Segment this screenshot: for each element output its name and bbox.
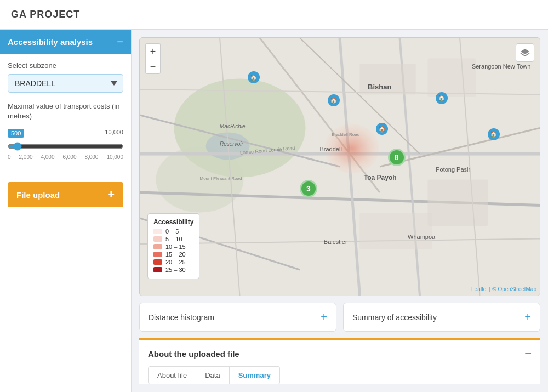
legend-item-1: 5 – 10	[153, 236, 193, 242]
slider-container: 500 10,000 0 2,000 4,000 6,000 8,000 10,…	[8, 129, 123, 160]
legend-label-5: 25 – 30	[165, 266, 186, 273]
about-section-title: About the uploaded file	[148, 349, 239, 359]
svg-text:Braddell: Braddell	[320, 146, 342, 152]
sidebar-content: Select subzone BRADDELL TOA PAYOH BISHAN…	[0, 54, 131, 173]
tab-about-file[interactable]: About file	[148, 366, 196, 384]
svg-text:Whampoa: Whampoa	[408, 234, 436, 240]
house-marker-5[interactable]: 🏠	[488, 128, 500, 140]
legend-item-3: 15 – 20	[153, 251, 193, 258]
leaflet-link[interactable]: Leaflet	[471, 286, 488, 292]
svg-text:Bishan: Bishan	[368, 83, 391, 91]
svg-text:Serangoon New Town: Serangoon New Town	[472, 63, 530, 70]
cluster-marker-8[interactable]: 8	[388, 149, 406, 166]
file-upload-label: File upload	[16, 190, 60, 200]
main-content: Bishan Serangoon New Town Braddell Toa P…	[132, 30, 548, 392]
legend-color-0	[153, 229, 162, 234]
bottom-panels: Distance histogram + Summary of accessib…	[139, 303, 540, 332]
accessibility-panel-header: Accessibility analysis −	[0, 30, 131, 54]
map-attribution: Leaflet | © OpenStreetMap	[471, 286, 536, 292]
svg-rect-20	[360, 213, 432, 249]
tab-data[interactable]: Data	[196, 366, 229, 384]
panel-collapse-button[interactable]: −	[117, 36, 123, 47]
panel-title: Accessibility analysis	[8, 37, 93, 47]
accessibility-summary-panel[interactable]: Summary of accessibility +	[343, 303, 540, 332]
app-header: GA PROJECT	[0, 0, 548, 30]
svg-marker-34	[521, 49, 529, 54]
svg-text:Potong Pasir: Potong Pasir	[436, 166, 470, 173]
legend-label-0: 0 – 5	[165, 228, 179, 235]
zoom-in-button[interactable]: +	[145, 43, 161, 59]
map-controls: + −	[145, 43, 161, 74]
legend-color-5	[153, 267, 162, 272]
house-marker-4[interactable]: 🏠	[436, 92, 448, 104]
map-layers-button[interactable]	[516, 43, 534, 62]
legend-item-5: 25 – 30	[153, 266, 193, 273]
svg-text:Braddell Road: Braddell Road	[332, 132, 359, 137]
legend-label-4: 20 – 25	[165, 259, 186, 265]
svg-rect-18	[428, 59, 476, 98]
legend-color-1	[153, 236, 162, 242]
sidebar: Accessibility analysis − Select subzone …	[0, 30, 132, 392]
svg-text:Mount Pleasant Road: Mount Pleasant Road	[200, 176, 242, 181]
app-title: GA PROJECT	[11, 9, 80, 20]
legend-item-0: 0 – 5	[153, 228, 193, 235]
legend-color-4	[153, 259, 162, 265]
slider-axis: 0 2,000 4,000 6,000 8,000 10,000	[8, 154, 123, 160]
cluster-marker-3[interactable]: 3	[300, 180, 317, 197]
legend-color-2	[153, 244, 162, 249]
map-legend: Accessibility 0 – 5 5 – 10 10 – 15 15 – …	[147, 213, 199, 279]
transport-label: Maximal value of transport costs (in met…	[8, 101, 123, 121]
map-svg: Bishan Serangoon New Town Braddell Toa P…	[140, 38, 540, 296]
transport-cost-slider[interactable]	[8, 142, 123, 151]
about-header: About the uploaded file −	[148, 348, 532, 360]
svg-rect-19	[428, 180, 488, 226]
slider-values: 500 10,000	[8, 129, 123, 138]
file-upload-plus-icon: +	[107, 189, 115, 201]
svg-text:Toa Payoh: Toa Payoh	[364, 174, 397, 181]
legend-title: Accessibility	[153, 218, 193, 226]
accessibility-summary-expand-icon[interactable]: +	[524, 311, 531, 323]
legend-item-4: 20 – 25	[153, 259, 193, 265]
osm-link[interactable]: © OpenStreetMap	[492, 286, 536, 292]
histogram-expand-icon[interactable]: +	[321, 311, 327, 323]
accessibility-summary-title: Summary of accessibility	[352, 313, 437, 322]
legend-item-2: 10 – 15	[153, 243, 193, 250]
svg-text:MacRichie: MacRichie	[220, 123, 246, 129]
distance-histogram-panel[interactable]: Distance histogram +	[139, 303, 336, 332]
layers-icon	[520, 48, 530, 58]
file-upload-button[interactable]: File upload +	[8, 182, 123, 207]
about-collapse-button[interactable]: −	[524, 348, 532, 360]
histogram-title: Distance histogram	[149, 313, 214, 322]
legend-label-1: 5 – 10	[165, 236, 182, 242]
tab-summary[interactable]: Summary	[230, 366, 280, 384]
subzone-label: Select subzone	[8, 61, 123, 70]
house-marker-3[interactable]: 🏠	[376, 123, 388, 135]
app-body: Accessibility analysis − Select subzone …	[0, 30, 548, 392]
about-section: About the uploaded file − About file Dat…	[139, 338, 540, 384]
legend-color-3	[153, 252, 162, 257]
svg-text:Reservoir: Reservoir	[220, 141, 243, 147]
map-container[interactable]: Bishan Serangoon New Town Braddell Toa P…	[139, 37, 540, 296]
legend-label-3: 15 – 20	[165, 251, 186, 258]
zoom-out-button[interactable]: −	[145, 59, 161, 74]
subzone-select[interactable]: BRADDELL TOA PAYOH BISHAN SERANGOON	[8, 74, 123, 93]
slider-max-value: 10,000	[105, 129, 123, 138]
about-tabs: About file Data Summary	[148, 366, 532, 384]
svg-text:Balestier: Balestier	[324, 238, 347, 245]
slider-current-value: 500	[8, 129, 24, 138]
legend-label-2: 10 – 15	[165, 243, 186, 250]
